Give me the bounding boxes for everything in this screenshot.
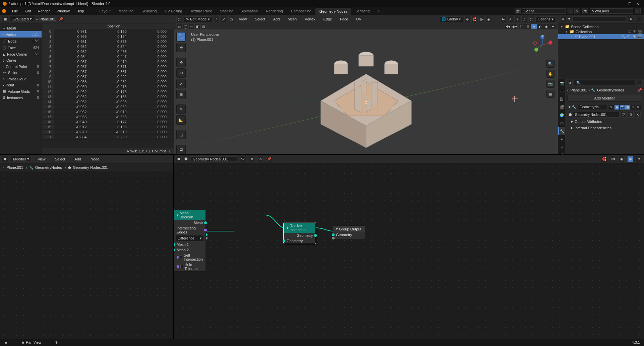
node-group-output[interactable]: ▾Group Output Geometry [333,225,365,239]
domain-ctrlpt[interactable]: ⸰ Control Point0 [0,63,42,70]
tool-cursor[interactable]: ✛ [176,43,186,52]
table-row[interactable]: 10-0.958-0.2520.000 [42,79,174,84]
vp-menu-face[interactable]: Face [337,16,351,22]
tool-rotate[interactable]: ⟲ [176,68,186,78]
node-canvas-main[interactable]: ▾Group Input Geometry ▾Mesh Boolean Mesh… [174,163,644,339]
selmode-edge-icon[interactable]: ／ [221,16,227,22]
sel-toggle-icon[interactable]: ⊡ [200,23,207,29]
mod-editmode-icon[interactable]: ▦ [625,105,630,110]
mod-panel-header[interactable]: ▾ 🔧 ✎ ▣ 📷 ▦ ▾ ✕ [567,103,642,111]
ws-render[interactable]: Rendering [262,8,287,14]
node-mesh-boolean[interactable]: ▾Mesh Boolean Mesh Intersecting Edges Di… [174,210,206,272]
mode-dropdown[interactable]: ✎ Edit Mode ▾ [184,16,212,22]
menu-render[interactable]: Render [35,8,53,14]
ws-modeling[interactable]: Modeling [115,8,138,14]
mod-render-icon[interactable]: 📷 [620,105,625,110]
bc-mod[interactable]: GeometryNodes [597,88,624,92]
overlay-icon[interactable]: ◉▾ [512,23,518,29]
table-row[interactable]: 11-0.960-0.2150.000 [42,84,174,89]
nbc-mod[interactable]: GeometryNodes [35,165,62,169]
table-row[interactable]: 13-0.962-0.1380.000 [42,94,174,99]
tool-extrude[interactable]: ⬓ [176,145,186,154]
snap-target-icon[interactable]: ⊞▾ [478,16,484,22]
axis-x-btn[interactable]: X [507,16,513,22]
zoom-icon[interactable]: 🔍 [546,60,554,68]
table-row[interactable]: 2-0.951-0.5630.000 [42,39,174,44]
nbc-ng[interactable]: Geometry Nodes.001 [73,165,108,169]
tool-select-box[interactable] [176,32,186,42]
domain-face[interactable]: ▢ Face624 [0,45,42,51]
axis-z-btn[interactable]: Z [521,16,527,22]
sel-inv-icon[interactable]: ◧ [194,23,200,29]
domain-edge[interactable]: ／ Edge1.8K [0,38,42,45]
outliner-display-icon[interactable]: ▾ [568,17,570,21]
tool-transform[interactable]: ⊞ [176,90,186,99]
ng-unlink-icon[interactable]: ✕ [635,112,641,118]
nl-add[interactable]: Add [71,156,84,162]
tool-addcube[interactable]: ⬚ [176,130,186,139]
scene-pin-icon[interactable]: ✕ [574,8,580,14]
vp-menu-vertex[interactable]: Vertex [301,16,318,22]
ws-shading[interactable]: Shading [216,8,237,14]
table-row[interactable]: 0-0.9710.1300.000 [42,29,174,34]
viewport-canvas[interactable]: ✛ ✥ ⟲ ⤢ ⊞ ✎ 📐 ⬚ ⬓ ▣ User Perspective [174,29,558,154]
scene-new-button[interactable]: ☐ [567,8,573,14]
table-row[interactable]: 14-0.962-0.0980.000 [42,99,174,105]
gizmo-icon[interactable]: ✥▾ [505,23,511,29]
ws-uv[interactable]: UV Editing [161,8,186,14]
snap-icon[interactable]: 🧲 [471,16,477,22]
mod-delete-icon[interactable]: ✕ [636,105,641,110]
domain-point[interactable]: • Point0 [0,82,42,88]
xray-icon[interactable]: ⬚ [518,23,524,29]
table-row[interactable]: 16-0.962-0.0190.000 [42,110,174,115]
mod-realtime-icon[interactable]: ▣ [614,105,619,110]
domain-volumegrids[interactable]: ▦ Volume Grids0 [0,88,42,94]
nodegroup-type-dd[interactable]: Modifier ▾ [11,156,32,162]
table-row[interactable]: 6-0.957-0.4100.000 [42,59,174,64]
sel-circle-icon[interactable]: ◯ [182,23,188,29]
pin-prop-icon[interactable]: 📌 [637,88,642,92]
mod-extra-icon[interactable]: ▾ [631,105,635,110]
ng-unlink-r-icon[interactable]: ✕ [257,156,264,162]
outliner-editor-icon[interactable]: ≡ [560,16,566,22]
ws-add[interactable]: + [374,8,384,14]
node-editor-icon-r[interactable]: ⬢ [176,156,182,162]
table-row[interactable]: 20-0.879-0.6100.000 [42,130,174,135]
pan-icon[interactable]: ✋ [546,70,554,78]
table-row[interactable]: 15-0.962-0.0590.000 [42,105,174,110]
ptab-particles[interactable]: ✦ [558,135,565,143]
col-position[interactable]: position [54,23,174,29]
orientation-dropdown[interactable]: 🌐 Global ▾ [439,16,463,22]
vp-menu-select[interactable]: Select [251,16,269,22]
shading-solid-icon[interactable]: ● [531,23,537,29]
ptab-scene[interactable]: 🎬 [558,103,565,111]
mod-edit-icon[interactable]: ✎ [609,105,614,110]
propedit-icon[interactable]: ◉ [485,16,491,22]
minimize-button[interactable]: ─ [621,2,624,6]
ws-scripting[interactable]: Scripting [351,8,374,14]
domain-spline[interactable]: 〰 Spline0 [0,70,42,76]
scene-icon[interactable]: 🎬 [515,8,521,14]
nl-node[interactable]: Node [87,156,103,162]
ng-fake-icon[interactable]: 🛡 [621,112,627,118]
ng-fake-r-icon[interactable]: 🛡 [240,156,246,162]
menu-window[interactable]: Window [53,8,73,14]
ne-overlay2-icon[interactable]: ◉ [627,156,633,162]
ws-texpaint[interactable]: Texture Paint [186,8,216,14]
axis-y-btn[interactable]: Y [514,16,520,22]
camera-icon[interactable]: 📷 [546,80,554,88]
eval-dropdown[interactable]: Evaluated ▾ [10,16,34,22]
table-row[interactable]: 4-0.952-0.4850.000 [42,49,174,54]
shading-wire-icon[interactable]: ⊞ [525,23,531,29]
pin-icon[interactable]: 📌 [58,16,64,22]
bool-mode-dd[interactable]: Difference▾ [176,235,203,241]
tree-collection[interactable]: ▾📁 Collection ☑ 👁 📷 [558,29,644,34]
shading-matprev-icon[interactable]: ◐ [537,23,543,29]
ne-overlay-dd-icon[interactable]: ▾ [636,156,642,162]
sel-box-icon[interactable]: ▭ [176,23,182,29]
vp-menu-edge[interactable]: Edge [320,16,335,22]
bc-obj[interactable]: Plane.001 [571,88,587,92]
persp-icon[interactable]: ▦ [546,90,554,98]
tool-measure[interactable]: 📐 [176,115,186,125]
nl-select[interactable]: Select [52,156,69,162]
